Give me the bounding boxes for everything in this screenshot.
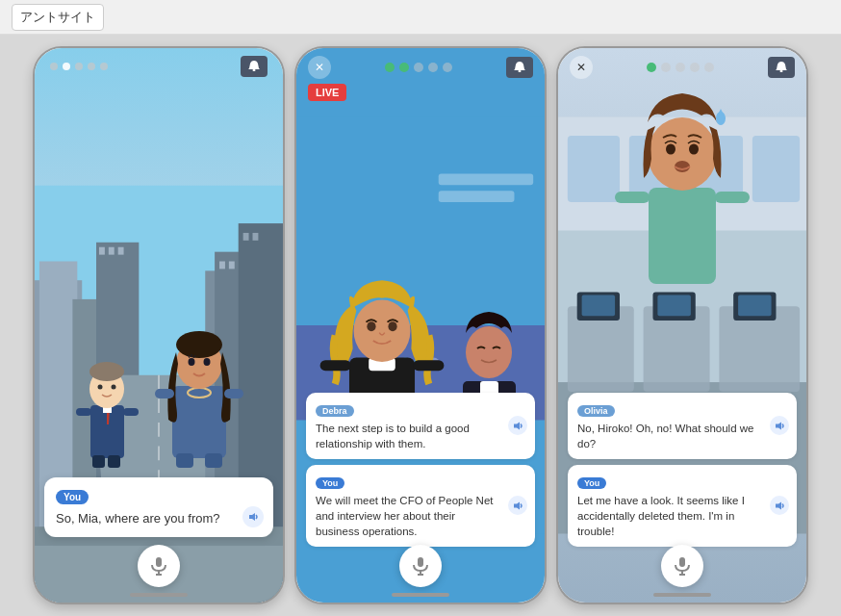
male-character-svg [71, 352, 143, 468]
svg-point-64 [466, 326, 512, 378]
phone2-you-audio[interactable] [508, 496, 527, 515]
svg-rect-92 [615, 192, 650, 203]
green-dot-2 [399, 63, 409, 72]
phone3-dot-inactive [661, 63, 671, 72]
phone2-notification-icon[interactable] [506, 57, 533, 78]
phone-3: ✕ [556, 46, 808, 604]
svg-rect-77 [657, 295, 690, 316]
phone-2: ✕ LIVE [294, 46, 547, 604]
svg-point-33 [176, 331, 222, 358]
phone2-green-dots [385, 63, 452, 72]
phone3-dot-inactive-2 [675, 63, 685, 72]
svg-rect-5 [99, 247, 105, 255]
phone3-top-bar: ✕ [558, 56, 806, 79]
svg-rect-42 [205, 453, 222, 468]
svg-point-25 [111, 385, 115, 390]
svg-rect-15 [243, 233, 249, 241]
dot-3 [75, 63, 83, 70]
phone3-olivia-bubble: Olivia No, Hiroko! Oh, no! What should w… [568, 393, 797, 459]
svg-point-23 [89, 362, 124, 381]
svg-point-58 [367, 321, 375, 331]
phone2-home-indicator [392, 593, 449, 597]
phone3-you-label: You [577, 477, 606, 489]
phones-container: You So, Mia, where are you from? [0, 35, 841, 616]
phone1-status-bar [35, 56, 283, 77]
site-label: アントサイト [12, 4, 104, 31]
characters-area [35, 323, 283, 468]
svg-rect-28 [92, 455, 105, 468]
svg-point-57 [354, 300, 411, 362]
phone3-chat-area: Olivia No, Hiroko! Oh, no! What should w… [568, 393, 797, 547]
phone1-you-label: You [56, 490, 89, 504]
phone-1: You So, Mia, where are you from? [33, 46, 285, 604]
phone1-mic-button[interactable] [138, 545, 180, 587]
svg-rect-39 [155, 389, 174, 398]
female-character-svg [151, 323, 247, 468]
olivia-svg [596, 82, 769, 294]
svg-point-35 [203, 358, 210, 366]
svg-rect-14 [229, 261, 235, 269]
svg-rect-84 [780, 70, 783, 72]
phone3-notification-icon[interactable] [768, 57, 795, 78]
svg-point-59 [388, 321, 396, 331]
phone2-debra-bubble: Debra The next step is to build a good r… [306, 393, 535, 459]
svg-point-34 [188, 358, 194, 366]
svg-rect-27 [123, 408, 139, 416]
phone2-you-message: We will meet the CFO of People Net and i… [316, 493, 525, 539]
svg-marker-88 [716, 109, 726, 118]
phone3-close-btn[interactable]: ✕ [570, 56, 593, 79]
phone3-olivia-label: Olivia [577, 405, 615, 417]
phone3-dot-inactive-3 [690, 63, 700, 72]
svg-rect-29 [108, 455, 120, 468]
phone1-dots [50, 63, 108, 70]
svg-rect-54 [519, 70, 522, 72]
phone3-dot-inactive-4 [704, 63, 714, 72]
phone3-you-bubble: You Let me have a look. It seems like I … [568, 465, 797, 547]
phone3-you-audio[interactable] [770, 496, 789, 515]
phone3-olivia-audio[interactable] [770, 416, 789, 435]
dot-1 [50, 63, 58, 70]
svg-point-86 [648, 117, 717, 191]
phone3-background: ✕ [558, 48, 806, 603]
phone2-debra-label: Debra [316, 405, 354, 417]
dot-inactive [414, 63, 423, 72]
phone2-you-bubble: You We will meet the CFO of People Net a… [306, 465, 535, 547]
phone3-you-message: Let me have a look. It seems like I acci… [577, 493, 787, 539]
phone3-mic-button[interactable] [661, 545, 703, 587]
svg-rect-61 [413, 360, 444, 371]
svg-point-91 [675, 161, 690, 172]
phone1-audio-icon[interactable] [242, 506, 264, 527]
phone3-home-indicator [653, 593, 711, 597]
svg-rect-6 [109, 247, 115, 255]
phone1-notification-icon[interactable] [241, 56, 268, 77]
svg-rect-79 [738, 295, 771, 316]
svg-rect-60 [320, 360, 351, 371]
dot-inactive-2 [428, 63, 438, 72]
green-dot-1 [385, 63, 395, 72]
svg-point-90 [689, 144, 699, 155]
top-bar: アントサイト [0, 0, 841, 35]
svg-rect-85 [649, 188, 716, 284]
dot-4 [88, 63, 95, 70]
svg-rect-94 [679, 557, 685, 567]
svg-point-24 [97, 385, 102, 390]
live-badge: LIVE [308, 84, 346, 101]
phone1-home-indicator [130, 593, 188, 597]
svg-rect-7 [118, 247, 124, 255]
live-badge-container: LIVE [308, 83, 346, 100]
phone3-olivia-message: No, Hiroko! Oh, no! What should we do? [577, 421, 787, 451]
phone2-chat-area: Debra The next step is to build a good r… [306, 393, 535, 547]
dot-inactive-3 [443, 63, 452, 72]
phone2-debra-message: The next step is to build a good relatio… [316, 421, 525, 451]
phone2-background: ✕ LIVE [296, 48, 545, 603]
svg-rect-16 [252, 233, 258, 241]
phone2-you-label: You [316, 477, 344, 489]
svg-rect-75 [582, 295, 615, 316]
svg-rect-43 [253, 69, 256, 71]
phone2-debra-audio[interactable] [508, 416, 527, 435]
svg-rect-93 [715, 192, 750, 203]
phone2-top-bar: ✕ [296, 56, 545, 79]
phone2-close-btn[interactable]: ✕ [308, 56, 331, 79]
dot-2 [63, 63, 70, 70]
phone2-mic-button[interactable] [399, 545, 442, 587]
